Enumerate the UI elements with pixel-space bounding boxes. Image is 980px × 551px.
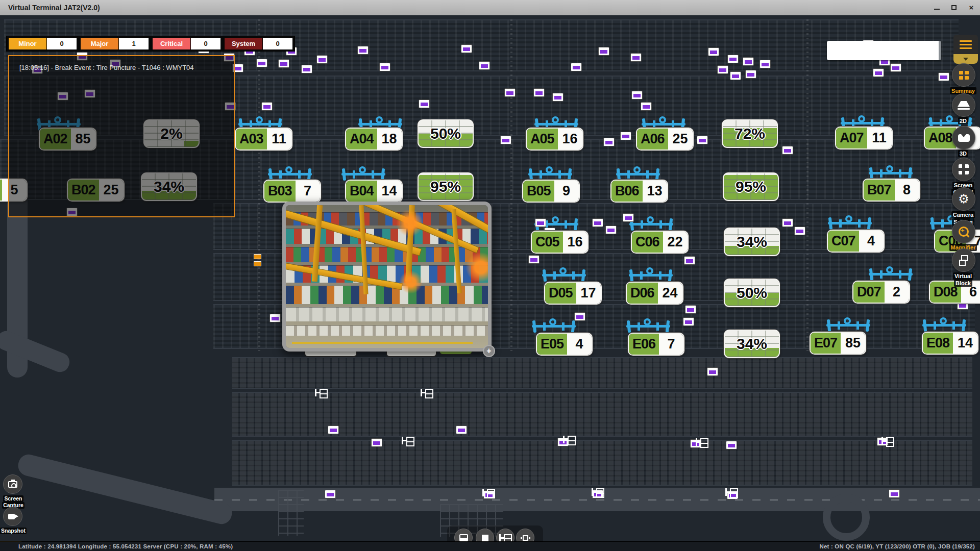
occupancy-badge[interactable]: 50% (725, 280, 779, 306)
block-label-e07[interactable]: E0785 (811, 333, 865, 354)
close-button[interactable]: × (963, 0, 980, 15)
truck-marker[interactable] (301, 65, 312, 73)
truck-marker[interactable] (256, 59, 267, 67)
equipment-marker[interactable] (402, 437, 414, 444)
block-label-a04[interactable]: A0418 (346, 129, 402, 149)
tool-screen-control-button[interactable] (952, 158, 975, 181)
alert-vehicle-marker[interactable] (254, 261, 261, 266)
truck-marker[interactable] (419, 99, 430, 108)
popup-expand-button[interactable]: + (483, 345, 495, 357)
truck-marker[interactable] (717, 65, 728, 74)
truck-marker[interactable] (605, 226, 617, 234)
minimize-button[interactable] (928, 0, 945, 15)
truck-marker[interactable] (598, 47, 609, 56)
tool-summay-button[interactable] (952, 63, 975, 87)
equipment-marker[interactable] (696, 438, 708, 446)
truck-marker[interactable] (357, 46, 369, 55)
truck-marker[interactable] (316, 55, 328, 64)
truck-marker[interactable] (760, 60, 771, 68)
tool-virtual-block-button[interactable] (952, 248, 975, 272)
truck-marker[interactable] (371, 438, 382, 447)
occupancy-badge[interactable]: 50% (419, 120, 473, 147)
truck-marker[interactable] (727, 55, 739, 63)
menu-collapse-tab[interactable] (953, 54, 978, 64)
occupancy-badge[interactable]: 72% (723, 120, 777, 147)
menu-button[interactable] (953, 35, 978, 54)
truck-marker[interactable] (623, 213, 634, 222)
block-label-a05[interactable]: A0516 (527, 129, 582, 149)
block-label-a06[interactable]: A0625 (637, 129, 693, 149)
search-input[interactable] (827, 41, 939, 60)
block-label-e06[interactable]: E067 (629, 334, 683, 355)
block-label-d06[interactable]: D0624 (627, 283, 682, 304)
block-label-a07[interactable]: A0711 (836, 128, 892, 148)
equipment-marker[interactable] (421, 389, 433, 396)
block-label-c06[interactable]: C0622 (632, 232, 688, 253)
equipment-marker[interactable] (563, 436, 575, 443)
truck-marker[interactable] (535, 218, 546, 227)
truck-marker[interactable] (794, 227, 805, 235)
truck-marker[interactable] (379, 63, 390, 71)
truck-marker[interactable] (270, 314, 281, 322)
truck-marker[interactable] (456, 425, 467, 434)
truck-marker[interactable] (743, 57, 754, 66)
truck-marker[interactable] (504, 88, 516, 97)
truck-marker[interactable] (782, 146, 793, 155)
tool-2d-button[interactable] (952, 93, 975, 117)
block-label-e05[interactable]: E054 (537, 334, 592, 355)
tool-camera-setting-button[interactable]: ⚙ (952, 187, 975, 211)
block-label-b07[interactable]: B078 (864, 180, 919, 201)
truck-marker[interactable] (620, 132, 631, 140)
truck-marker[interactable] (641, 102, 652, 111)
block-label-b04[interactable]: B0414 (346, 181, 402, 202)
truck-marker[interactable] (708, 47, 719, 56)
search-button[interactable] (939, 41, 941, 60)
equipment-marker[interactable] (881, 437, 894, 445)
block-label-a03[interactable]: A0311 (236, 129, 291, 149)
truck-marker[interactable] (261, 102, 273, 111)
block-label-d05[interactable]: D0517 (545, 283, 601, 304)
truck-marker[interactable] (461, 44, 472, 53)
truck-marker[interactable] (631, 91, 643, 99)
truck-marker[interactable] (552, 93, 564, 102)
truck-marker[interactable] (479, 61, 490, 70)
truck-marker[interactable] (730, 71, 741, 80)
block-label-b06[interactable]: B0613 (611, 181, 667, 202)
snapshot-button[interactable] (3, 507, 22, 526)
truck-marker[interactable] (328, 425, 339, 434)
truck-marker[interactable] (685, 305, 696, 314)
truck-marker[interactable] (684, 256, 695, 265)
occupancy-badge[interactable]: 34% (725, 331, 779, 357)
truck-marker[interactable] (592, 218, 603, 227)
equipment-marker[interactable] (482, 489, 495, 496)
equipment-marker[interactable] (592, 488, 604, 496)
block-label-b05[interactable]: B059 (523, 181, 579, 202)
truck-marker[interactable] (528, 255, 540, 264)
truck-marker[interactable] (571, 63, 582, 71)
occupancy-badge[interactable]: 95% (419, 173, 473, 200)
equipment-marker[interactable] (725, 488, 738, 496)
terminal-map[interactable]: A0285A0311A0418A0516A0625A0711A0855B0225… (0, 15, 980, 551)
truck-marker[interactable] (873, 68, 884, 77)
truck-marker[interactable] (726, 441, 737, 449)
truck-marker[interactable] (745, 70, 756, 79)
occupancy-badge[interactable]: 34% (725, 229, 779, 255)
truck-marker[interactable] (782, 218, 793, 227)
alert-vehicle-marker[interactable] (254, 254, 261, 259)
occupancy-badge[interactable]: 95% (724, 173, 778, 200)
truck-marker[interactable] (574, 312, 585, 321)
block-label-c05[interactable]: C0516 (532, 232, 587, 253)
tool-magnifier-button[interactable]: + (952, 220, 975, 243)
truck-marker[interactable] (683, 317, 694, 326)
truck-marker[interactable] (278, 59, 289, 68)
truck-marker[interactable] (889, 489, 900, 498)
truck-marker[interactable] (890, 63, 901, 72)
truck-marker[interactable] (603, 138, 615, 146)
truck-marker[interactable] (533, 88, 545, 97)
truck-marker[interactable] (500, 136, 511, 144)
tool-3d-button[interactable] (952, 126, 975, 149)
truck-marker[interactable] (707, 367, 718, 376)
truck-marker[interactable] (697, 136, 708, 144)
truck-marker[interactable] (630, 53, 642, 62)
block-label-c07[interactable]: C074 (828, 231, 884, 252)
